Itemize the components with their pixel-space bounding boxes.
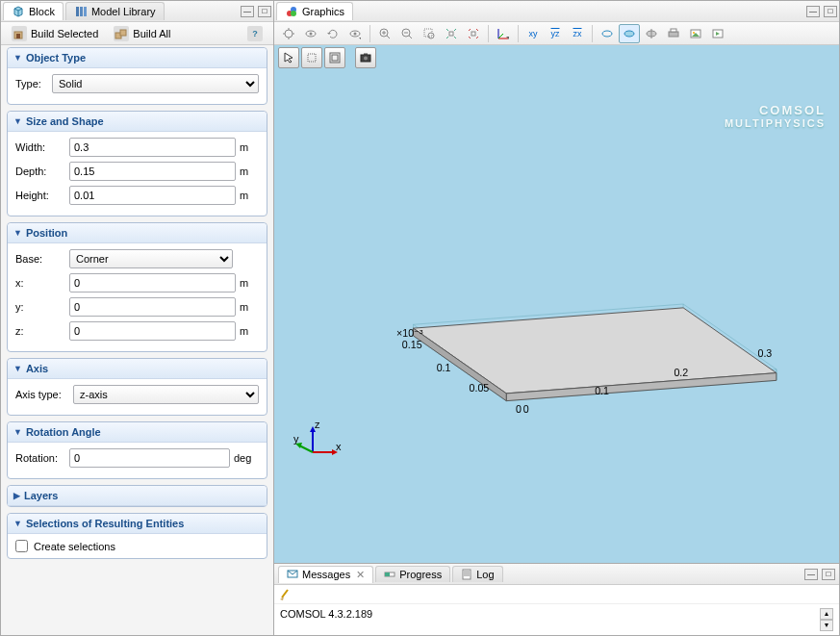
- bottom-tab-bar: Messages ✕ Progress Log — □: [274, 564, 839, 585]
- svg-point-11: [291, 11, 296, 16]
- section-axis-header[interactable]: ▼ Axis: [8, 359, 267, 379]
- section-layers-header[interactable]: ▶ Layers: [8, 486, 267, 506]
- tab-log[interactable]: Log: [452, 566, 502, 582]
- svg-line-20: [387, 36, 390, 38]
- visibility-button[interactable]: [300, 24, 321, 43]
- wireframe-button[interactable]: [597, 24, 618, 43]
- z-label: z:: [15, 325, 65, 337]
- watermark: COMSOL MULTIPHYSICS: [725, 103, 826, 129]
- printer-button[interactable]: [663, 24, 684, 43]
- go-to-default-view-button[interactable]: [493, 24, 514, 43]
- broom-icon[interactable]: [278, 588, 292, 601]
- graphics-tab-bar: Graphics — □: [274, 1, 839, 22]
- section-layers: ▶ Layers: [7, 485, 267, 507]
- svg-text:0: 0: [516, 403, 522, 415]
- zoom-out-button[interactable]: [396, 24, 418, 43]
- section-selections: ▼ Selections of Resulting Entities Creat…: [7, 513, 267, 559]
- svg-text:x: x: [336, 441, 342, 452]
- svg-rect-2: [76, 7, 79, 16]
- svg-marker-15: [327, 33, 331, 35]
- section-rotation-header[interactable]: ▼ Rotation Angle: [8, 422, 267, 443]
- tab-messages-label: Messages: [302, 569, 350, 580]
- collapse-icon: ▼: [13, 228, 22, 238]
- tab-model-library[interactable]: Model Library: [65, 2, 165, 20]
- svg-text:0.15: 0.15: [402, 339, 422, 350]
- bottom-minimize-button[interactable]: —: [804, 569, 818, 580]
- width-unit: m: [240, 141, 259, 153]
- axis-type-label: Axis type:: [15, 389, 69, 400]
- zoom-selected-button[interactable]: [463, 24, 484, 43]
- section-selections-header[interactable]: ▼ Selections of Resulting Entities: [8, 514, 267, 534]
- tab-progress[interactable]: Progress: [375, 566, 450, 582]
- tab-graphics-label: Graphics: [302, 6, 344, 17]
- rotation-input[interactable]: [69, 448, 230, 468]
- zoom-in-button[interactable]: [374, 24, 395, 43]
- image-button[interactable]: [685, 24, 706, 43]
- depth-unit: m: [240, 165, 259, 177]
- rotation-unit: deg: [234, 452, 259, 464]
- bottom-maximize-button[interactable]: □: [822, 569, 835, 580]
- collapse-icon: ▼: [13, 53, 22, 63]
- help-button[interactable]: ?: [241, 24, 269, 43]
- block-icon: [12, 5, 25, 18]
- maximize-button[interactable]: □: [258, 6, 271, 17]
- section-position-header[interactable]: ▼ Position: [8, 223, 267, 243]
- status-text: COMSOL 4.3.2.189: [280, 608, 820, 631]
- svg-rect-39: [671, 29, 676, 32]
- z-input[interactable]: [69, 321, 236, 341]
- height-unit: m: [240, 190, 259, 201]
- graphics-maximize-button[interactable]: □: [824, 6, 837, 17]
- tab-log-label: Log: [476, 569, 494, 580]
- build-all-button[interactable]: Build All: [107, 24, 177, 43]
- section-selections-title: Selections of Resulting Entities: [26, 518, 184, 529]
- y-input[interactable]: [69, 297, 236, 317]
- clip-plane-button[interactable]: [641, 24, 662, 43]
- left-toolbar: Build Selected Build All ?: [1, 22, 273, 45]
- svg-point-14: [310, 32, 313, 35]
- axis-type-select[interactable]: z-axis: [73, 385, 259, 404]
- graphics-area: xy yz zx: [274, 22, 839, 563]
- messages-toolbar: [274, 585, 839, 604]
- tab-block[interactable]: Block: [3, 2, 64, 20]
- transparency-button[interactable]: [619, 24, 640, 43]
- tab-graphics[interactable]: Graphics: [276, 2, 353, 20]
- build-selected-button[interactable]: Build Selected: [5, 24, 105, 43]
- minimize-button[interactable]: —: [241, 6, 254, 17]
- zoom-extents-button[interactable]: [441, 24, 462, 43]
- build-selected-label: Build Selected: [31, 28, 98, 39]
- x-input[interactable]: [69, 273, 236, 293]
- axes-triad: z x y: [293, 419, 342, 467]
- close-icon[interactable]: ✕: [356, 569, 365, 581]
- build-all-icon: [114, 26, 129, 41]
- section-axis: ▼ Axis Axis type:z-axis: [7, 358, 267, 416]
- depth-label: Depth:: [15, 165, 65, 177]
- depth-input[interactable]: [69, 162, 236, 181]
- rotate-button[interactable]: [322, 24, 344, 43]
- tab-model-library-label: Model Library: [91, 6, 156, 17]
- svg-text:0.05: 0.05: [470, 382, 490, 394]
- graphics-minimize-button[interactable]: —: [806, 6, 820, 17]
- type-label: Type:: [15, 78, 48, 89]
- type-select[interactable]: Solid: [52, 74, 259, 93]
- create-selections-checkbox[interactable]: [15, 540, 28, 552]
- progress-icon: [384, 569, 395, 580]
- viewport-3d[interactable]: 00 0.1 0.2 0.3 0.05 0.1 0.15 ×10⁻³ COMSO…: [274, 45, 839, 563]
- tab-messages[interactable]: Messages ✕: [278, 566, 373, 583]
- section-object-type-header[interactable]: ▼ Object Type: [8, 48, 267, 68]
- zx-view-button[interactable]: zx: [567, 24, 588, 43]
- svg-rect-3: [80, 7, 83, 16]
- bottom-panel: Messages ✕ Progress Log — □ COMSOL 4.3.2…: [274, 563, 839, 635]
- height-input[interactable]: [69, 186, 236, 205]
- base-select[interactable]: Corner: [69, 249, 233, 268]
- scroll-down-button[interactable]: ▾: [820, 620, 833, 631]
- width-input[interactable]: [69, 138, 236, 157]
- scene-light-button[interactable]: [278, 24, 299, 43]
- yz-view-button[interactable]: yz: [545, 24, 566, 43]
- view-settings-button[interactable]: [344, 24, 366, 43]
- graphics-icon: [285, 5, 298, 18]
- section-size-shape-header[interactable]: ▼ Size and Shape: [8, 112, 267, 132]
- animation-button[interactable]: [707, 24, 728, 43]
- scroll-up-button[interactable]: ▴: [820, 608, 833, 620]
- xy-view-button[interactable]: xy: [522, 24, 544, 43]
- zoom-box-button[interactable]: [419, 24, 440, 43]
